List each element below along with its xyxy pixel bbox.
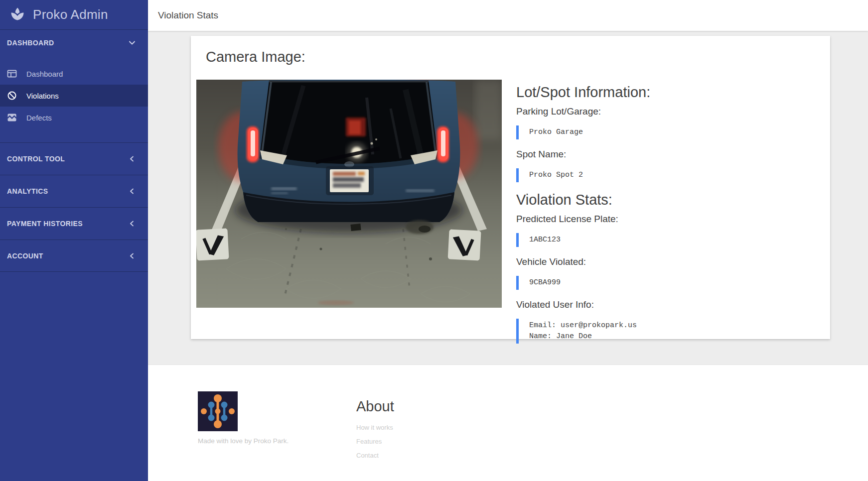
sidebar-section-payment-histories[interactable]: PAYMENT HISTORIES xyxy=(0,207,148,240)
spot-name-value: Proko Spot 2 xyxy=(516,168,805,182)
broken-image-icon xyxy=(7,113,17,122)
violated-user-label: Violated User Info: xyxy=(516,299,805,311)
sidebar-item-label: Violations xyxy=(26,92,59,100)
web-icon xyxy=(7,69,17,79)
violation-info: Lot/Spot Information: Parking Lot/Garage… xyxy=(516,80,805,353)
footer-link-contact[interactable]: Contact xyxy=(356,452,394,459)
proko-park-molecule-logo xyxy=(198,391,238,431)
chevron-left-icon xyxy=(128,220,136,228)
sidebar-nav-items: Dashboard Violations Def xyxy=(0,63,148,128)
chevron-down-icon xyxy=(128,39,136,47)
sidebar-section-analytics[interactable]: ANALYTICS xyxy=(0,175,148,207)
spa-icon xyxy=(10,6,25,23)
vehicle-violated-value: 9CBA999 xyxy=(516,276,805,290)
footer-link-how-it-works[interactable]: How it works xyxy=(356,424,394,431)
topbar: Violation Stats xyxy=(148,0,868,31)
sidebar: Proko Admin DASHBOARD Dashboard xyxy=(0,0,148,481)
sidebar-item-violations[interactable]: Violations xyxy=(0,85,148,107)
brand[interactable]: Proko Admin xyxy=(0,0,148,30)
chevron-left-icon xyxy=(128,187,136,195)
footer-links: How it works Features Contact xyxy=(356,424,394,459)
lot-spot-heading: Lot/Spot Information: xyxy=(516,84,805,101)
block-icon xyxy=(7,91,17,101)
content-area: Camera Image: xyxy=(148,31,868,364)
sidebar-section-account[interactable]: ACCOUNT xyxy=(0,240,148,272)
section-label: ACCOUNT xyxy=(7,252,43,260)
brand-title: Proko Admin xyxy=(33,7,108,22)
user-email: Email: user@prokopark.us xyxy=(529,320,805,331)
section-label: ANALYTICS xyxy=(7,187,48,195)
sidebar-item-dashboard[interactable]: Dashboard xyxy=(0,63,148,85)
footer: Made with love by Proko Park. About How … xyxy=(148,364,868,481)
camera-image-heading: Camera Image: xyxy=(191,36,830,65)
footer-brand: Made with love by Proko Park. xyxy=(198,391,356,481)
vehicle-violated-label: Vehicle Violated: xyxy=(516,256,805,268)
main-column: Violation Stats Camera Image: xyxy=(148,0,868,481)
spot-name-label: Spot Name: xyxy=(516,148,805,160)
section-label: CONTROL TOOL xyxy=(7,155,65,163)
footer-caption: Made with love by Proko Park. xyxy=(198,437,356,445)
page-title: Violation Stats xyxy=(158,10,218,21)
media-row: Lot/Spot Information: Parking Lot/Garage… xyxy=(191,65,830,353)
sidebar-section-dashboard[interactable]: DASHBOARD xyxy=(0,30,148,56)
sidebar-item-label: Dashboard xyxy=(26,70,63,78)
section-label: PAYMENT HISTORIES xyxy=(7,220,83,228)
parking-lot-value: Proko Garage xyxy=(516,125,805,139)
violation-card: Camera Image: xyxy=(191,36,830,339)
about-heading: About xyxy=(356,398,394,415)
sidebar-item-label: Defects xyxy=(26,114,52,122)
violated-user-value: Email: user@prokopark.us Name: Jane Doe xyxy=(516,319,805,344)
app-window: Proko Admin DASHBOARD Dashboard xyxy=(0,0,868,481)
chevron-left-icon xyxy=(128,155,136,163)
chevron-left-icon xyxy=(128,252,136,260)
user-name: Name: Jane Doe xyxy=(529,331,805,342)
footer-link-features[interactable]: Features xyxy=(356,438,394,445)
parking-lot-label: Parking Lot/Garage: xyxy=(516,106,805,118)
predicted-plate-value: 1ABC123 xyxy=(516,233,805,247)
footer-about: About How it works Features Contact xyxy=(356,391,394,481)
violation-stats-heading: Violation Stats: xyxy=(516,191,805,208)
sidebar-item-defects[interactable]: Defects xyxy=(0,107,148,128)
camera-photo xyxy=(196,80,502,308)
predicted-plate-label: Predicted License Plate: xyxy=(516,213,805,225)
sidebar-section-control-tool[interactable]: CONTROL TOOL xyxy=(0,142,148,175)
section-label: DASHBOARD xyxy=(7,39,54,47)
